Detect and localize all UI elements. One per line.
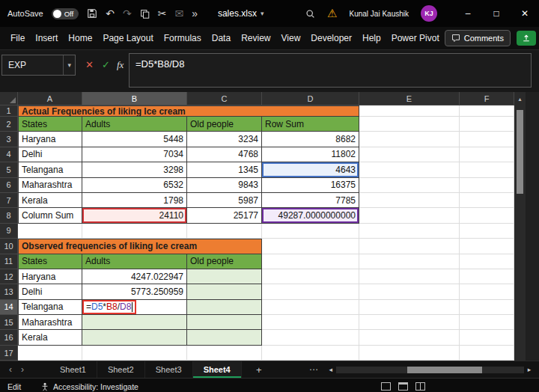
row-header-11[interactable]: 11	[0, 254, 18, 269]
cell-A17[interactable]	[18, 346, 82, 361]
cell-A3[interactable]: Haryana	[18, 132, 82, 147]
cell-A7[interactable]: Kerala	[18, 193, 82, 208]
cell-F4[interactable]	[460, 147, 514, 162]
cell-A5[interactable]: Telangana	[18, 162, 82, 177]
page-break-view-icon[interactable]	[415, 382, 425, 391]
cell-E11[interactable]	[359, 254, 460, 269]
avatar[interactable]: KJ	[421, 5, 437, 22]
cell-B7[interactable]: 1798	[82, 193, 187, 208]
cell-C11[interactable]: Old people	[187, 254, 262, 269]
row-header-9[interactable]: 9	[0, 224, 18, 239]
search-icon[interactable]	[305, 9, 315, 19]
sheet-tab-sheet4[interactable]: Sheet4	[193, 361, 242, 378]
row-header-3[interactable]: 3	[0, 132, 18, 147]
comments-button[interactable]: Comments	[445, 30, 511, 46]
horizontal-scroll-thumb[interactable]	[407, 367, 482, 373]
horizontal-scrollbar[interactable]: ◂ ▸	[326, 366, 539, 373]
ribbon-tab-help[interactable]: Help	[358, 27, 386, 49]
ribbon-tab-formulas[interactable]: Formulas	[159, 27, 206, 49]
page-layout-view-icon[interactable]	[398, 382, 408, 391]
copy-icon[interactable]	[140, 9, 150, 19]
cell-F11[interactable]	[460, 254, 514, 269]
cell-A6[interactable]: Maharashtra	[18, 178, 82, 193]
column-header-A[interactable]: A	[18, 92, 82, 105]
row-header-17[interactable]: 17	[0, 346, 18, 361]
maximize-button[interactable]: □	[482, 0, 511, 27]
normal-view-icon[interactable]	[381, 382, 391, 391]
cell-C13[interactable]	[187, 284, 262, 299]
vertical-scrollbar[interactable]: ▴	[514, 92, 526, 361]
sheet-tab-sheet2[interactable]: Sheet2	[97, 361, 145, 378]
cell-F3[interactable]	[460, 132, 514, 147]
cell-B12[interactable]: 4247.022947	[82, 269, 187, 284]
cell-D11[interactable]	[262, 254, 359, 269]
cell-D3[interactable]: 8682	[262, 132, 359, 147]
ribbon-tab-insert[interactable]: Insert	[31, 27, 62, 49]
autosave-toggle[interactable]: Off	[52, 8, 79, 19]
cell-B16[interactable]	[82, 330, 187, 345]
cell-C17[interactable]	[187, 346, 262, 361]
cell-D4[interactable]: 11802	[262, 147, 359, 162]
redo-icon[interactable]: ↷	[123, 8, 132, 19]
cell-A11[interactable]: States	[18, 254, 82, 269]
vertical-scroll-thumb[interactable]	[517, 110, 523, 194]
insert-function-button[interactable]: fx	[117, 59, 124, 71]
scroll-left-icon[interactable]: ◂	[326, 366, 336, 373]
cell-C2[interactable]: Old people	[187, 117, 262, 132]
cell-D8[interactable]: 49287.0000000000	[262, 208, 359, 223]
row-header-10[interactable]: 10	[0, 239, 18, 254]
new-sheet-button[interactable]: +	[252, 364, 266, 376]
cell-D12[interactable]	[262, 269, 359, 284]
cell-D2[interactable]: Row Sum	[262, 117, 359, 132]
cell-A12[interactable]: Haryana	[18, 269, 82, 284]
cell-D14[interactable]	[262, 300, 359, 315]
cell-E10[interactable]	[359, 239, 460, 254]
cell-C4[interactable]: 4768	[187, 147, 262, 162]
document-title-group[interactable]: sales.xlsx ▾	[218, 8, 264, 19]
cell-E13[interactable]	[359, 284, 460, 299]
row-header-14[interactable]: 14	[0, 300, 18, 315]
ribbon-tab-view[interactable]: View	[277, 27, 305, 49]
row-header-2[interactable]: 2	[0, 117, 18, 132]
cell-B14[interactable]: =D5*B8/D8	[82, 300, 187, 315]
cell-F10[interactable]	[460, 239, 514, 254]
cell-E2[interactable]	[359, 117, 460, 132]
row-header-1[interactable]: 1	[0, 105, 18, 117]
cell-F14[interactable]	[460, 300, 514, 315]
scroll-right-icon[interactable]: ▸	[524, 366, 535, 373]
cell-D6[interactable]: 16375	[262, 178, 359, 193]
share-button[interactable]	[517, 31, 536, 46]
cell-B2[interactable]: Adults	[82, 117, 187, 132]
user-name[interactable]: Kunal Jai Kaushik	[350, 10, 409, 18]
ribbon-tab-home[interactable]: Home	[64, 27, 97, 49]
cell-A10[interactable]: Observed frequencies of liking Ice cream	[18, 239, 262, 254]
cell-F12[interactable]	[460, 269, 514, 284]
select-all-corner[interactable]	[0, 92, 18, 105]
cell-B17[interactable]	[82, 346, 187, 361]
cell-A4[interactable]: Delhi	[18, 147, 82, 162]
row-header-4[interactable]: 4	[0, 147, 18, 162]
cell-D15[interactable]	[262, 315, 359, 330]
cell-B9[interactable]	[82, 224, 187, 239]
cancel-entry-button[interactable]: ✕	[85, 59, 94, 70]
cell-C15[interactable]	[187, 315, 262, 330]
cell-D17[interactable]	[262, 346, 359, 361]
cell-B13[interactable]: 5773.250959	[82, 284, 187, 299]
sheet-nav-left-icon[interactable]: ‹	[4, 364, 16, 375]
cell-E4[interactable]	[359, 147, 460, 162]
row-header-12[interactable]: 12	[0, 269, 18, 284]
cell-B8[interactable]: 24110	[82, 208, 187, 223]
cell-D7[interactable]: 7785	[262, 193, 359, 208]
column-header-E[interactable]: E	[359, 92, 460, 105]
ribbon-tab-data[interactable]: Data	[207, 27, 235, 49]
cell-C5[interactable]: 1345	[187, 162, 262, 177]
cell-E7[interactable]	[359, 193, 460, 208]
row-header-5[interactable]: 5	[0, 162, 18, 177]
cell-C3[interactable]: 3234	[187, 132, 262, 147]
cell-E12[interactable]	[359, 269, 460, 284]
column-header-D[interactable]: D	[262, 92, 359, 105]
cut-icon[interactable]: ✂	[158, 8, 167, 19]
sheet-tab-sheet1[interactable]: Sheet1	[49, 361, 97, 378]
cell-A16[interactable]: Kerala	[18, 330, 82, 345]
row-header-16[interactable]: 16	[0, 330, 18, 345]
